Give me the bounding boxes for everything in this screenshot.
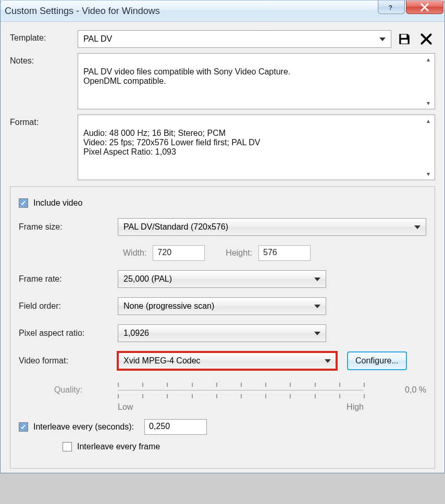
interleave-frame-checkbox[interactable] (63, 442, 72, 451)
interleave-frame-label: Interleave every frame (77, 442, 160, 451)
titlebar-buttons: ? (378, 1, 444, 21)
width-label: Width: (123, 248, 146, 258)
template-row: Template: PAL DV (10, 30, 435, 48)
include-video-label: Include video (33, 198, 82, 208)
frame-rate-row: Frame rate: 25,000 (PAL) (19, 270, 426, 288)
quality-label: Quality: (19, 385, 118, 395)
width-field[interactable]: 720 (153, 245, 205, 261)
chevron-down-icon (379, 37, 386, 41)
template-value: PAL DV (83, 34, 112, 44)
notes-text: PAL DV video files compatible with Sony … (83, 67, 290, 85)
scroll-up-icon[interactable]: ▴ (424, 56, 432, 63)
notes-row: Notes: PAL DV video files compatible wit… (10, 53, 435, 109)
format-textbox: Audio: 48 000 Hz; 16 Bit; Stereo; PCM Vi… (78, 115, 435, 180)
frame-size-select[interactable]: PAL DV/Standard (720x576) (118, 218, 426, 236)
configure-button[interactable]: Configure... (347, 351, 407, 370)
frame-size-value: PAL DV/Standard (720x576) (123, 222, 228, 232)
frame-size-label: Frame size: (19, 222, 118, 232)
field-order-value: None (progressive scan) (123, 301, 214, 311)
video-format-row: Video format: Xvid MPEG-4 Codec Configur… (19, 351, 426, 370)
field-order-label: Field order: (19, 301, 118, 311)
pixel-aspect-row: Pixel aspect ratio: 1,0926 (19, 324, 426, 342)
close-button[interactable] (406, 1, 443, 14)
client-area: Template: PAL DV Notes: PAL DV video fil… (1, 22, 444, 473)
notes-label: Notes: (10, 53, 78, 66)
format-row: Format: Audio: 48 000 Hz; 16 Bit; Stereo… (10, 115, 435, 180)
pixel-aspect-select[interactable]: 1,0926 (118, 324, 326, 342)
quality-slider[interactable] (118, 380, 364, 400)
template-select[interactable]: PAL DV (78, 30, 391, 48)
pixel-aspect-value: 1,0926 (123, 329, 149, 338)
height-label: Height: (226, 248, 252, 258)
frame-rate-label: Frame rate: (19, 274, 118, 284)
height-field[interactable]: 576 (258, 245, 311, 261)
interleave-seconds-field[interactable]: 0,250 (144, 419, 207, 435)
svg-text:?: ? (389, 4, 392, 11)
window: Custom Settings - Video for Windows ? Te… (0, 0, 445, 473)
template-label: Template: (10, 30, 78, 43)
quality-high-label: High (347, 402, 364, 412)
frame-size-row: Frame size: PAL DV/Standard (720x576) (19, 218, 426, 236)
interleave-seconds-label: Interleave every (seconds): (33, 422, 134, 432)
dimensions-row: Width: 720 Height: 576 (123, 245, 426, 261)
delete-template-button[interactable] (417, 30, 435, 48)
pixel-aspect-label: Pixel aspect ratio: (19, 329, 118, 338)
include-video-checkbox[interactable] (19, 198, 28, 208)
scroll-down-icon[interactable]: ▾ (424, 170, 432, 178)
svg-rect-1 (401, 34, 407, 38)
interleave-seconds-checkbox[interactable] (19, 422, 28, 432)
quality-row: Quality: 0,0 % (19, 380, 426, 400)
video-group: Include video Frame size: PAL DV/Standar… (10, 186, 435, 469)
save-template-button[interactable] (395, 30, 413, 48)
notes-textbox[interactable]: PAL DV video files compatible with Sony … (78, 53, 435, 109)
scroll-down-icon[interactable]: ▾ (424, 99, 432, 107)
frame-rate-select[interactable]: 25,000 (PAL) (118, 270, 326, 288)
field-order-select[interactable]: None (progressive scan) (118, 297, 326, 315)
scroll-up-icon[interactable]: ▴ (424, 117, 432, 124)
video-format-label: Video format: (19, 356, 118, 366)
format-text: Audio: 48 000 Hz; 16 Bit; Stereo; PCM Vi… (83, 129, 260, 156)
video-format-select[interactable]: Xvid MPEG-4 Codec (118, 352, 337, 370)
svg-rect-2 (401, 40, 408, 44)
quality-percent: 0,0 % (385, 385, 426, 395)
interleave-frame-row: Interleave every frame (63, 442, 426, 451)
help-button[interactable]: ? (378, 1, 405, 14)
window-title: Custom Settings - Video for Windows (5, 6, 378, 17)
format-label: Format: (10, 115, 78, 127)
include-video-row: Include video (19, 198, 426, 208)
titlebar: Custom Settings - Video for Windows ? (1, 0, 444, 22)
interleave-row: Interleave every (seconds): 0,250 (19, 419, 426, 435)
video-format-value: Xvid MPEG-4 Codec (123, 356, 201, 366)
field-order-row: Field order: None (progressive scan) (19, 297, 426, 315)
quality-low-label: Low (118, 402, 133, 412)
quality-range-labels: Low High (118, 402, 364, 412)
frame-rate-value: 25,000 (PAL) (123, 274, 172, 284)
